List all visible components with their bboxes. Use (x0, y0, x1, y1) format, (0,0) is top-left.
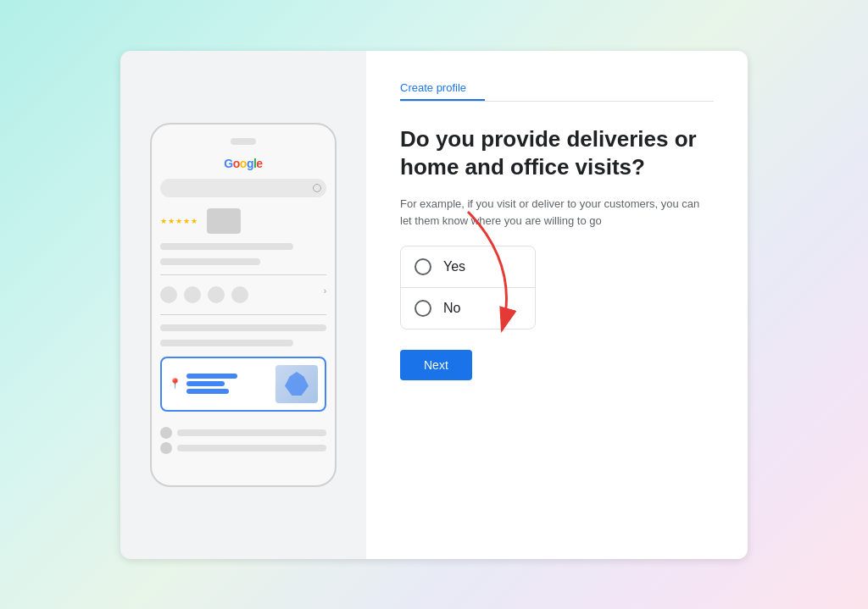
map-shape (285, 372, 309, 396)
phone-bottom-row-2 (160, 442, 326, 454)
highlight-lines (186, 374, 237, 394)
phone-line-3 (160, 324, 326, 331)
question-subtitle: For example, if you visit or deliver to … (400, 196, 714, 229)
options-card: Yes No (400, 246, 536, 329)
option-no[interactable]: No (401, 288, 535, 329)
next-button[interactable]: Next (400, 350, 472, 380)
chevron-right-icon: › (324, 286, 326, 303)
tab-label: Create profile (400, 81, 714, 99)
phone-search-bar (160, 179, 326, 197)
phone-line-4 (160, 340, 293, 346)
main-card: Google ★★★★★ › (120, 51, 748, 559)
phone-mockup: Google ★★★★★ › (150, 123, 337, 487)
option-yes-label: Yes (443, 259, 465, 274)
tab-header: Create profile (400, 81, 714, 102)
bottom-icon-2 (160, 442, 172, 454)
phone-icon-2 (184, 286, 201, 303)
highlight-line-3 (186, 389, 229, 394)
tab-full-line (400, 101, 714, 102)
phone-icon-3 (208, 286, 225, 303)
radio-yes[interactable] (415, 258, 431, 275)
phone-separator-2 (160, 314, 326, 315)
phone-thumbnail (207, 208, 241, 234)
phone-icon-1 (160, 286, 177, 303)
highlight-line-2 (186, 381, 225, 386)
phone-icons-row: › (160, 286, 326, 303)
phone-highlight-card: 📍 (160, 357, 326, 412)
map-placeholder (275, 365, 318, 403)
right-panel: Create profile Do you provide deliveries… (366, 51, 748, 559)
highlight-left: 📍 (169, 374, 237, 394)
phone-camera (231, 138, 256, 145)
phone-search-icon (313, 184, 321, 192)
location-pin-icon: 📍 (169, 378, 181, 390)
phone-line-2 (160, 258, 260, 265)
option-no-label: No (443, 301, 460, 316)
phone-stars-row: ★★★★★ (160, 208, 326, 234)
phone-bottom-row-1 (160, 427, 326, 439)
radio-no[interactable] (415, 300, 431, 317)
bottom-line-2 (177, 445, 326, 451)
phone-bottom-lines (160, 424, 326, 457)
star-rating: ★★★★★ (160, 217, 198, 225)
left-panel: Google ★★★★★ › (120, 51, 366, 559)
highlight-line-1 (186, 374, 237, 379)
phone-separator-1 (160, 274, 326, 275)
phone-icon-4 (231, 286, 248, 303)
option-yes[interactable]: Yes (401, 246, 535, 288)
question-title: Do you provide deliveries or home and of… (400, 125, 714, 183)
bottom-icon-1 (160, 427, 172, 439)
google-logo: Google (160, 157, 326, 170)
bottom-line-1 (177, 429, 326, 436)
phone-line-1 (160, 243, 293, 250)
